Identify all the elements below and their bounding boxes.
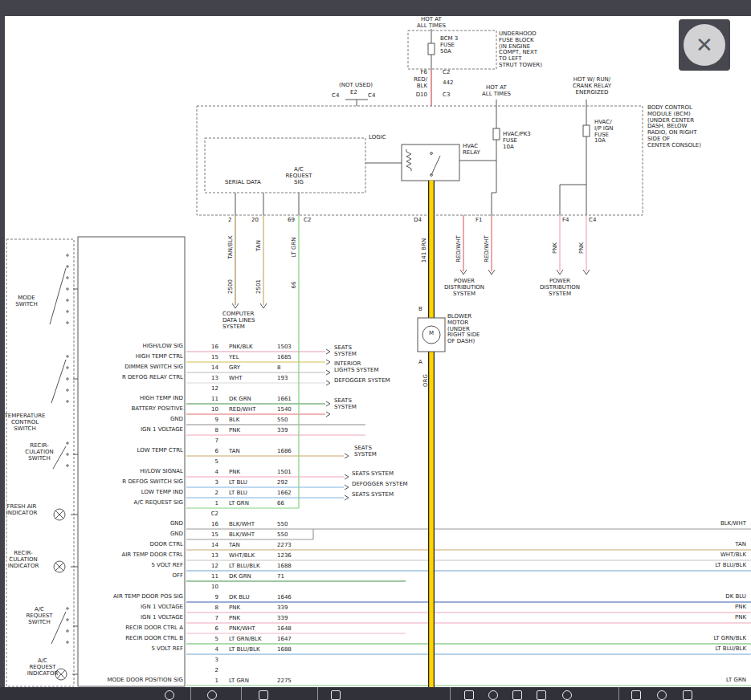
wire-color: DK GRN — [229, 396, 251, 402]
person-icon[interactable] — [207, 690, 217, 700]
panel-pin-label: MODE DOOR POSITION SIG — [80, 677, 183, 683]
circuit-number: 550 — [277, 417, 288, 423]
circuit-number: 550 — [277, 531, 288, 538]
circuit-66-label: 66 — [291, 275, 297, 295]
circuit-number: 339 — [277, 427, 288, 433]
pin-number: 11 — [207, 396, 218, 402]
wire-row: 10 — [207, 583, 312, 593]
bcm-pin-69: 69 — [288, 218, 299, 224]
wire-row: 12LT BLU/BLK1688 — [207, 562, 312, 572]
circuit-442-label: 442 — [443, 80, 462, 87]
chart-icon[interactable] — [683, 690, 692, 700]
seats-system-label-5: SEATS SYSTEM — [352, 492, 416, 499]
wire-row: 4PNK1501 — [207, 468, 312, 478]
wire-row: 8PNK339 — [207, 426, 312, 437]
wire-color: BLK/WHT — [229, 521, 255, 527]
pin-number: 10 — [207, 406, 218, 413]
connector-c3-label: C3 — [443, 92, 459, 99]
wire-row: C2 — [207, 510, 312, 520]
wire-row: 3LT BLU292 — [207, 478, 312, 489]
settings-icon[interactable] — [657, 690, 667, 700]
pin-number: 16 — [207, 521, 218, 527]
wire-row: 15BLK/WHT550 — [207, 531, 312, 541]
wire-row: 16BLK/WHT550 — [207, 520, 312, 531]
hvac-relay-label: HVAC RELAY — [463, 144, 492, 157]
circuit-number: 1685 — [277, 354, 292, 360]
right-wire-label: DK BLU — [661, 593, 746, 600]
hot-at-all-times-label-2: HOT AT ALL TIMES — [478, 85, 515, 98]
power-distribution-label-1: POWER DISTRIBUTION SYSTEM — [436, 279, 492, 297]
share-icon[interactable] — [562, 690, 572, 700]
close-icon: ✕ — [696, 33, 713, 57]
wire-color: WHT — [229, 375, 242, 381]
seats-system-label-1: SEATS SYSTEM — [334, 345, 390, 358]
toolbar-divider — [317, 687, 318, 700]
panel-pin-label: 5 VOLT REF — [80, 562, 183, 568]
apps-grid-icon[interactable] — [331, 690, 341, 700]
logic-label: LOGIC — [369, 135, 396, 141]
pin-number: 5 — [207, 458, 218, 465]
bcm-pin-2: 2 — [228, 218, 238, 224]
panel-pin-label: OFF — [80, 572, 183, 579]
circuit-number: 2275 — [277, 678, 292, 684]
account-icon[interactable] — [165, 690, 174, 700]
wire-row: 11DK GRN1661 — [207, 395, 312, 405]
power-distribution-label-2: POWER DISTRIBUTION SYSTEM — [532, 279, 588, 297]
panel-pin-label: HIGH TEMP IND — [80, 395, 183, 401]
pin-number: 2 — [207, 667, 218, 674]
panel-pin-label: HIGH/LOW SIG — [80, 343, 183, 349]
bcm3-fuse-label: BCM 3 FUSE 50A — [440, 36, 472, 55]
toolbar-divider — [618, 687, 619, 700]
panel-pin-label: R DEFOG SWITCH SIG — [80, 478, 183, 485]
pin-number: 9 — [207, 417, 218, 423]
circuit-number: 71 — [277, 573, 284, 580]
bookmark-icon[interactable] — [631, 690, 641, 700]
wire-color: LT BLU/BLK — [229, 563, 260, 569]
circuit-number: 1501 — [277, 469, 292, 475]
close-button[interactable]: ✕ — [684, 24, 725, 66]
recirc-indicator-label: RECIR- CULATION INDICATOR — [5, 551, 42, 569]
pin-number: C2 — [207, 511, 218, 517]
phone-icon[interactable] — [488, 690, 498, 700]
panel-pin-label: AIR TEMP DOOR CTRL — [80, 551, 183, 558]
circuit-number: 1662 — [277, 490, 292, 496]
panel-pin-label: HIGH TEMP CTRL — [80, 353, 183, 360]
panel-pin-label: IGN 1 VOLTAGE — [80, 614, 183, 621]
close-button-backdrop: ✕ — [679, 19, 730, 71]
circuit-number: 1236 — [277, 552, 292, 559]
pin-number: 8 — [207, 427, 218, 433]
blower-pin-b: B — [418, 307, 428, 313]
connector-c4-right-label: C4 — [368, 93, 381, 100]
chat-icon[interactable] — [512, 690, 522, 700]
lt-grn-wire-label: LT GRN — [291, 229, 297, 266]
bcm-pin-20: 20 — [251, 218, 263, 224]
right-wire-label: LT BLU/BLK — [661, 562, 746, 568]
panel-pin-label: RECIR DOOR CTRL B — [80, 635, 183, 641]
wire-color: PNK — [229, 427, 240, 433]
right-wire-label: LT BLU/BLK — [661, 645, 746, 652]
bcm-label: BODY CONTROL MODULE (BCM) (UNDER CENTER … — [647, 105, 747, 149]
red-wht-wire-label-1: RED/WHT — [455, 228, 462, 270]
wire-color: DK BLU — [229, 594, 250, 600]
circuit-number: 339 — [277, 615, 288, 621]
pin-number: 5 — [207, 636, 218, 642]
vehicle-icon[interactable] — [259, 690, 268, 700]
mail-icon[interactable] — [464, 690, 474, 700]
tan-blk-wire-label: TAN/BLK — [227, 227, 234, 267]
bcm-connector-c4: C4 — [589, 218, 602, 224]
pin-number: 6 — [207, 448, 218, 454]
circuit-number: 2273 — [277, 542, 292, 548]
underhood-fuse-block-label: UNDERHOOD FUSE BLOCK (IN ENGINE COMPT, N… — [499, 31, 558, 69]
print-icon[interactable] — [537, 690, 546, 700]
wire-row: 6TAN1686 — [207, 447, 312, 458]
wire-color: TAN — [229, 542, 240, 548]
wire-row: 3 — [207, 656, 312, 666]
hot-at-all-times-label-1: HOT AT ALL TIMES — [409, 17, 454, 30]
right-wire-label: LT GRN — [661, 677, 746, 683]
wire-row: 13WHT193 — [207, 374, 312, 385]
wire-color: WHT/BLK — [229, 552, 255, 559]
hot-run-crank-label: HOT W/ RUN/ CRANK RELAY ENERGIZED — [565, 77, 618, 96]
tan-wire-label: TAN — [255, 232, 262, 259]
diagram-viewer: HOT AT ALL TIMES UNDERHOOD FUSE BLOCK (I… — [0, 0, 751, 700]
ip-ign-fuse-symbol — [583, 125, 590, 136]
